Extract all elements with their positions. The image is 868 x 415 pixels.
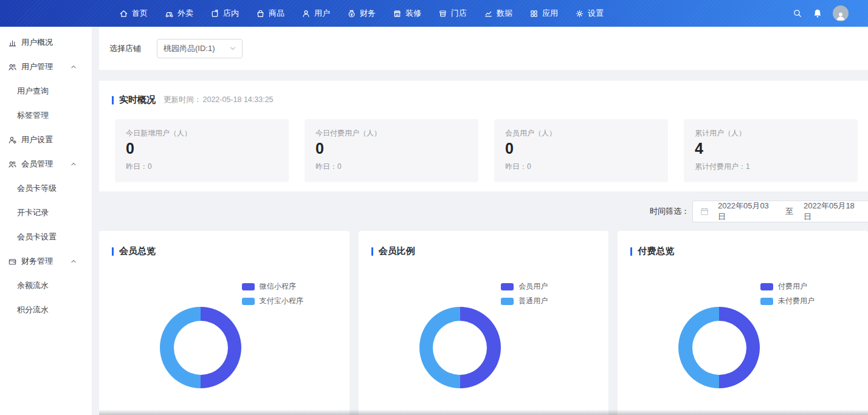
store-select-label: 选择店铺: [109, 43, 141, 54]
sidebar-item-balance-flow[interactable]: 余额流水: [0, 273, 92, 298]
nav-item-label: 设置: [588, 8, 604, 19]
chevron-down-icon: [230, 46, 236, 52]
sidebar-group-user-management[interactable]: 用户管理: [0, 55, 92, 79]
stat-label: 累计用户（人）: [695, 128, 847, 139]
sidebar-group-finance-management[interactable]: 财务管理: [0, 249, 92, 273]
legend-item[interactable]: 未付费用户: [760, 296, 815, 306]
time-filter-label: 时间筛选：: [650, 206, 689, 217]
chart-legend: 会员用户 普通用户: [501, 281, 548, 306]
chart-title: 会员比例: [379, 245, 415, 257]
data-icon: [484, 9, 493, 18]
top-navbar: 首页 外卖 店内 商品 用户 财务 装修 门店: [0, 0, 868, 27]
apps-icon: [529, 9, 539, 18]
delivery-icon: [165, 9, 174, 18]
sidebar-item-user-search[interactable]: 用户查询: [0, 79, 92, 103]
sidebar-item-label: 开卡记录: [17, 207, 49, 218]
nav-item-apps[interactable]: 应用: [529, 0, 558, 27]
sidebar-group-label: 财务管理: [21, 256, 53, 267]
users-icon: [8, 160, 17, 169]
legend-item[interactable]: 付费用户: [760, 281, 815, 292]
store-select[interactable]: 桃园尚品(ID:1): [157, 39, 243, 58]
legend-swatch: [501, 298, 514, 305]
legend-swatch: [501, 283, 514, 290]
sidebar-item-points-flow[interactable]: 积分流水: [0, 298, 92, 322]
bar-chart-icon: [8, 38, 17, 47]
stat-card-total-users: 累计用户（人） 4 累计付费用户：1: [684, 119, 858, 182]
instore-icon: [210, 9, 219, 18]
sidebar-item-tag-management[interactable]: 标签管理: [0, 103, 92, 128]
nav-item-settings[interactable]: 设置: [575, 0, 604, 27]
main-content: 选择店铺 桃园尚品(ID:1) 实时概况 更新时间：2022-05-18 14:…: [92, 27, 868, 415]
chevron-up-icon: [71, 64, 77, 70]
nav-item-label: 店内: [223, 8, 239, 19]
date-range-picker[interactable]: 2022年05月03日 至 2022年05月18日: [692, 201, 868, 222]
settings-icon: [575, 9, 584, 18]
title-accent-bar: [112, 96, 114, 105]
sidebar-item-label: 用户概况: [21, 37, 53, 48]
chart-header: 付费总览: [618, 231, 868, 257]
nav-item-delivery[interactable]: 外卖: [165, 0, 193, 27]
legend-item[interactable]: 支付宝小程序: [242, 296, 303, 306]
stat-card-member-users: 会员用户（人） 0 昨日：0: [494, 119, 668, 182]
user-gear-icon: [8, 135, 17, 145]
chart-legend: 付费用户 未付费用户: [760, 281, 815, 306]
stat-label: 今日新增用户（人）: [126, 128, 278, 139]
stat-value: 0: [505, 140, 657, 157]
finance-icon: [347, 9, 356, 18]
chevron-up-icon: [71, 258, 77, 264]
nav-item-decorate[interactable]: 装修: [393, 0, 421, 27]
store-select-value: 桃园尚品(ID:1): [164, 43, 230, 54]
nav-item-label: 外卖: [177, 8, 193, 19]
sidebar-item-member-card-level[interactable]: 会员卡等级: [0, 176, 92, 201]
nav-item-user[interactable]: 用户: [301, 0, 330, 27]
nav-menu: 首页 外卖 店内 商品 用户 财务 装修 门店: [119, 0, 604, 27]
bell-icon[interactable]: [813, 9, 822, 18]
stat-card-new-users-today: 今日新增用户（人） 0 昨日：0: [115, 119, 289, 182]
stat-label: 会员用户（人）: [505, 128, 657, 139]
sidebar-item-user-settings[interactable]: 用户设置: [0, 128, 92, 152]
avatar[interactable]: [833, 5, 849, 21]
sidebar-group-label: 会员管理: [21, 159, 53, 170]
legend-label: 会员用户: [518, 281, 548, 292]
start-date: 2022年05月03日: [718, 201, 775, 222]
legend-item[interactable]: 会员用户: [501, 281, 548, 292]
sidebar-item-member-card-settings[interactable]: 会员卡设置: [0, 225, 92, 249]
legend-swatch: [760, 298, 773, 305]
nav-item-label: 商品: [269, 8, 284, 19]
updated-time: 更新时间：2022-05-18 14:33:25: [164, 95, 274, 105]
sidebar-group-member-management[interactable]: 会员管理: [0, 152, 92, 176]
stat-sub: 昨日：0: [505, 162, 657, 172]
store-select-bar: 选择店铺 桃园尚品(ID:1): [99, 27, 868, 70]
date-separator: 至: [785, 206, 793, 217]
title-accent-bar: [112, 247, 114, 256]
wallet-icon: [8, 257, 17, 266]
nav-item-label: 用户: [314, 8, 330, 19]
nav-item-label: 装修: [405, 8, 421, 19]
section-title: 实时概况: [119, 94, 156, 106]
donut-chart: [160, 307, 241, 388]
legend-item[interactable]: 普通用户: [501, 296, 548, 306]
nav-item-home[interactable]: 首页: [119, 0, 148, 27]
sidebar-item-user-overview[interactable]: 用户概况: [0, 30, 92, 55]
nav-item-goods[interactable]: 商品: [256, 0, 284, 27]
sidebar-item-label: 会员卡设置: [17, 232, 57, 242]
nav-item-label: 首页: [132, 8, 148, 19]
search-icon[interactable]: [793, 9, 802, 18]
stat-label: 今日付费用户（人）: [315, 128, 467, 139]
stat-sub: 昨日：0: [126, 162, 278, 172]
sidebar-item-card-open-records[interactable]: 开卡记录: [0, 201, 92, 225]
nav-item-shop[interactable]: 门店: [438, 0, 467, 27]
spacer: [99, 70, 868, 81]
nav-item-finance[interactable]: 财务: [347, 0, 376, 27]
legend-label: 微信小程序: [260, 281, 296, 292]
sidebar-item-label: 用户查询: [17, 86, 49, 97]
nav-item-data[interactable]: 数据: [484, 0, 512, 27]
legend-item[interactable]: 微信小程序: [242, 281, 303, 292]
sidebar-item-label: 会员卡等级: [17, 183, 57, 194]
nav-item-label: 应用: [542, 8, 558, 19]
nav-item-instore[interactable]: 店内: [210, 0, 239, 27]
sidebar-item-label: 积分流水: [17, 304, 49, 315]
chart-card-member-ratio: 会员比例 会员用户 普通用户: [359, 231, 609, 415]
users-icon: [8, 63, 17, 72]
stat-card-paying-users-today: 今日付费用户（人） 0 昨日：0: [305, 119, 478, 182]
